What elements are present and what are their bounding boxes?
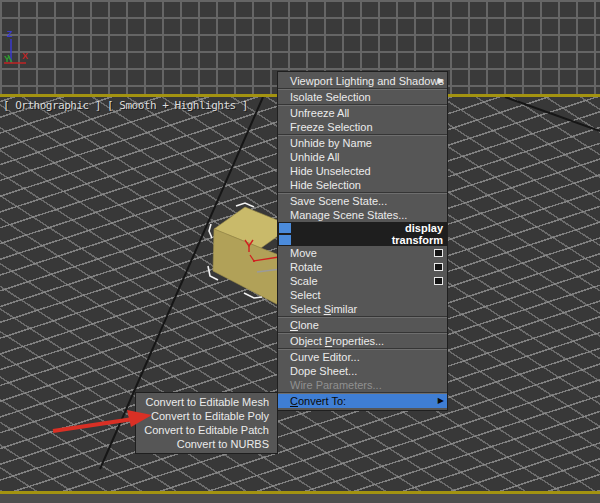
menu-item-label: Viewport Lighting and Shadows [290, 75, 444, 87]
menu-item-label: Isolate Selection [290, 91, 371, 103]
quad-header-label: display [405, 222, 443, 234]
application-screenshot: Z Y X [ Orthographic ] [ Smooth + Highli… [0, 0, 600, 503]
submenu-arrow-icon: ▶ [438, 394, 444, 408]
menu-item-scale[interactable]: Scale [278, 274, 447, 288]
menu-item-label: Unhide by Name [290, 137, 372, 149]
menu-item-move[interactable]: Move [278, 246, 447, 260]
menu-item-label: Freeze Selection [290, 121, 373, 133]
submenu-item-label: Convert to Editable Mesh [145, 396, 269, 408]
menu-item-label: Object Properties... [290, 335, 384, 347]
menu-item-label: Dope Sheet... [290, 365, 357, 377]
quad-header-transform[interactable]: transform [278, 234, 447, 246]
settings-box-icon[interactable] [434, 249, 443, 257]
menu-item-isolate-selection[interactable]: Isolate Selection [278, 90, 447, 104]
submenu-arrow-icon: ▶ [438, 74, 444, 88]
menu-item-clone[interactable]: Clone [278, 318, 447, 332]
settings-box-icon[interactable] [434, 263, 443, 271]
settings-box-icon[interactable] [434, 277, 443, 285]
menu-item-dope-sheet[interactable]: Dope Sheet... [278, 364, 447, 378]
submenu-item-label: Convert to Editable Poly [151, 410, 269, 422]
menu-item-label: Scale [290, 275, 318, 287]
menu-item-rotate[interactable]: Rotate [278, 260, 447, 274]
menu-item-label: Wire Parameters... [290, 379, 382, 391]
viewport-label[interactable]: [ Orthographic ] [ Smooth + Highlights ] [3, 99, 248, 112]
menu-item-label: Convert To: [290, 395, 346, 407]
menu-item-select-similar[interactable]: Select Similar [278, 302, 447, 316]
menu-item-label: Hide Unselected [290, 165, 371, 177]
menu-item-label: Select Similar [290, 303, 357, 315]
menu-item-label: Clone [290, 319, 319, 331]
menu-item-wire-parameters: Wire Parameters... [278, 378, 447, 392]
menu-item-hide-unselected[interactable]: Hide Unselected [278, 164, 447, 178]
quad-header-display[interactable]: display [278, 222, 447, 234]
submenu-item-label: Convert to Editable Patch [144, 424, 269, 436]
menu-item-save-scene-state[interactable]: Save Scene State... [278, 194, 447, 208]
menu-item-label: Manage Scene States... [290, 209, 407, 221]
submenu-item-editable-mesh[interactable]: Convert to Editable Mesh [136, 395, 277, 409]
menu-item-label: Unfreeze All [290, 107, 349, 119]
menu-item-label: Hide Selection [290, 179, 361, 191]
menu-item-object-properties[interactable]: Object Properties... [278, 334, 447, 348]
menu-item-curve-editor[interactable]: Curve Editor... [278, 350, 447, 364]
viewport-frame-bottom [0, 494, 600, 503]
world-axis-gizmo-icon: Z Y X [0, 22, 40, 72]
menu-item-label: Unhide All [290, 151, 340, 163]
menu-item-unhide-all[interactable]: Unhide All [278, 150, 447, 164]
submenu-item-editable-patch[interactable]: Convert to Editable Patch [136, 423, 277, 437]
menu-item-freeze-selection[interactable]: Freeze Selection [278, 120, 447, 134]
quad-header-label: transform [392, 234, 443, 246]
axis-z-label: Z [7, 29, 13, 39]
menu-item-unfreeze-all[interactable]: Unfreeze All [278, 106, 447, 120]
menu-item-label: Select [290, 289, 321, 301]
convert-to-submenu: Convert to Editable Mesh Convert to Edit… [135, 392, 278, 454]
axis-x-label: X [22, 51, 28, 61]
menu-item-manage-scene-states[interactable]: Manage Scene States... [278, 208, 447, 222]
menu-item-label: Curve Editor... [290, 351, 360, 363]
submenu-item-editable-poly[interactable]: Convert to Editable Poly [136, 409, 277, 423]
menu-item-viewport-lighting[interactable]: Viewport Lighting and Shadows ▶ [278, 74, 447, 88]
menu-item-unhide-by-name[interactable]: Unhide by Name [278, 136, 447, 150]
menu-item-label: Save Scene State... [290, 195, 387, 207]
menu-item-label: Move [290, 247, 317, 259]
submenu-item-nurbs[interactable]: Convert to NURBS [136, 437, 277, 451]
menu-item-label: Rotate [290, 261, 322, 273]
menu-item-select[interactable]: Select [278, 288, 447, 302]
context-menu: Viewport Lighting and Shadows ▶ Isolate … [277, 71, 448, 411]
quad-indicator-icon [279, 223, 291, 233]
quad-indicator-icon [279, 235, 291, 245]
submenu-item-label: Convert to NURBS [177, 438, 269, 450]
menu-item-convert-to[interactable]: Convert To: ▶ [278, 394, 447, 408]
menu-item-hide-selection[interactable]: Hide Selection [278, 178, 447, 192]
